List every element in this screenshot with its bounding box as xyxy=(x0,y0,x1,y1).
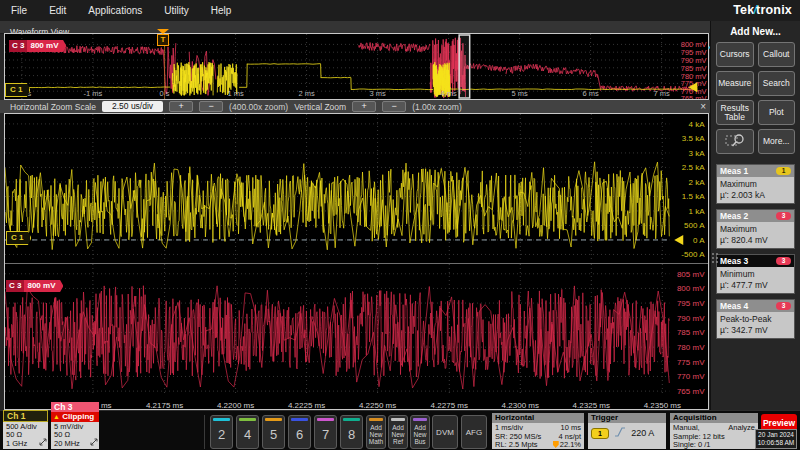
svg-text:790 mV: 790 mV xyxy=(677,314,705,323)
menu-utility[interactable]: Utility xyxy=(153,5,199,16)
channel-5-button[interactable]: 5 xyxy=(262,415,285,449)
ch3-header: Ch 3 xyxy=(51,402,99,412)
channel-8-button[interactable]: 8 xyxy=(340,415,363,449)
svg-text:765 mV: 765 mV xyxy=(677,387,705,396)
meas4-source-badge: 3 xyxy=(776,302,791,310)
svg-text:800 mV: 800 mV xyxy=(677,284,705,293)
channel-2-button[interactable]: 2 xyxy=(210,415,233,449)
add-new-math-button[interactable]: Add New Math xyxy=(366,415,386,449)
add-new-ref-button[interactable]: Add New Ref xyxy=(388,415,408,449)
channel-button-group: 2 4 5 6 7 8 xyxy=(204,415,363,449)
add-new-bus-button[interactable]: Add New Bus xyxy=(410,415,430,449)
zoom-magnifier-icon xyxy=(725,132,745,151)
callout-button[interactable]: Callout xyxy=(758,42,796,67)
svg-text:4.2250 ms: 4.2250 ms xyxy=(359,401,396,410)
svg-text:0 A: 0 A xyxy=(693,236,705,245)
svg-text:6 ms: 6 ms xyxy=(582,89,599,98)
h-zoom-decrease-button[interactable]: − xyxy=(199,101,223,112)
close-zoom-overview-button[interactable]: × xyxy=(700,100,706,113)
plot-button[interactable]: Plot xyxy=(758,100,796,125)
svg-text:-500 A: -500 A xyxy=(681,250,705,259)
dvm-button[interactable]: DVM xyxy=(432,415,458,449)
svg-text:4.2300 ms: 4.2300 ms xyxy=(502,401,539,410)
svg-text:765 mV: 765 mV xyxy=(681,94,707,99)
acquisition-analyze: Analyze xyxy=(728,424,755,433)
afg-button[interactable]: AFG xyxy=(461,415,487,449)
results-table-button[interactable]: Results Table xyxy=(716,100,754,125)
overview-waveform-svg: 800 mV795 mV790 mV785 mV780 mV775 mV770 … xyxy=(5,34,708,99)
channel-7-button[interactable]: 7 xyxy=(314,415,337,449)
channel-6-button[interactable]: 6 xyxy=(288,415,311,449)
measurement-badge-meas3[interactable]: Meas 33 Minimumµ': 477.7 mV xyxy=(716,254,795,294)
svg-text:3 kA: 3 kA xyxy=(688,149,705,158)
svg-text:1 ms: 1 ms xyxy=(227,89,244,98)
acquisition-settings-badge[interactable]: Acquisition Manual,Analyze Sample: 12 bi… xyxy=(670,413,758,449)
ch3-settings-badge[interactable]: Ch 3 ▲ Clipping 5 mV/div 50 Ω 20 MHz xyxy=(51,402,99,450)
menu-edit[interactable]: Edit xyxy=(38,5,77,16)
rising-edge-icon xyxy=(614,430,628,439)
overview-ch1-badge[interactable]: C 1 xyxy=(5,83,30,97)
acquisition-single: Single: 0 /1 xyxy=(673,441,755,450)
svg-text:3 ms: 3 ms xyxy=(369,89,386,98)
trigger-settings-badge[interactable]: Trigger 1 220 A xyxy=(588,413,666,449)
trigger-source-badge: 1 xyxy=(591,428,609,439)
ch1-zoom-slice: 4 kA3.5 kA3 kA2.5 kA2 kA1.5 kA1 kA500 A0… xyxy=(5,114,708,264)
svg-text:4.2200 ms: 4.2200 ms xyxy=(217,401,254,410)
overview-ch3-badge[interactable]: C 3 800 mV xyxy=(9,40,66,52)
more-button[interactable]: More... xyxy=(758,129,796,154)
channel-4-button[interactable]: 4 xyxy=(236,415,259,449)
acquisition-header: Acquisition xyxy=(670,413,758,423)
svg-text:4.2275 ms: 4.2275 ms xyxy=(431,401,468,410)
svg-text:795 mV: 795 mV xyxy=(677,299,705,308)
menu-help[interactable]: Help xyxy=(200,5,243,16)
measurement-badge-meas2[interactable]: Meas 23 Maximumµ': 820.4 mV xyxy=(716,209,795,249)
h-zoom-increase-button[interactable]: + xyxy=(169,101,193,112)
horizontal-position: 22.1% xyxy=(553,441,581,450)
ch1-label: C 1 xyxy=(10,84,22,96)
trigger-position-flag[interactable]: T xyxy=(157,29,169,46)
meas2-value: µ': 820.4 mV xyxy=(720,235,791,246)
measurement-badge-meas1[interactable]: Meas 11 Maximumµ': 2.003 kA xyxy=(716,164,795,204)
svg-text:780 mV: 780 mV xyxy=(677,343,705,352)
zoom-overview-panel[interactable]: 800 mV795 mV790 mV785 mV780 mV775 mV770 … xyxy=(4,33,709,100)
add-new-button-group: Add New Math Add New Ref Add New Bus xyxy=(366,415,430,449)
zoom-tool-button[interactable] xyxy=(716,129,754,154)
meas1-value: µ': 2.003 kA xyxy=(720,190,791,201)
measurement-list: Meas 11 Maximumµ': 2.003 kA Meas 23 Maxi… xyxy=(711,164,800,339)
menu-applications[interactable]: Applications xyxy=(77,5,153,16)
svg-text:3.5 kA: 3.5 kA xyxy=(682,134,705,143)
svg-text:4 ms: 4 ms xyxy=(440,89,457,98)
cursors-button[interactable]: Cursors xyxy=(716,42,754,67)
meas2-type: Maximum xyxy=(720,224,791,235)
meas3-value: µ': 477.7 mV xyxy=(720,280,791,291)
results-sidebar: Add New... Cursors Callout Measure Searc… xyxy=(710,21,800,410)
h-zoom-scale-value[interactable]: 2.50 us/div xyxy=(102,101,163,112)
svg-text:4.2225 ms: 4.2225 ms xyxy=(288,401,325,410)
date-label: 20 Jan 2024 xyxy=(756,431,796,439)
main-ch3-badge[interactable]: C 3 800 mV xyxy=(6,280,63,292)
svg-text:805 mV: 805 mV xyxy=(677,270,705,279)
v-zoom-decrease-button[interactable]: − xyxy=(382,101,406,112)
svg-text:2.5 kA: 2.5 kA xyxy=(682,163,705,172)
ch1-label: C 1 xyxy=(11,232,23,244)
meas1-type: Maximum xyxy=(720,179,791,190)
v-zoom-increase-button[interactable]: + xyxy=(352,101,376,112)
measurement-badge-meas4[interactable]: Meas 43 Peak-to-Peakµ': 342.7 mV xyxy=(716,299,795,339)
meas4-type: Peak-to-Peak xyxy=(720,314,791,325)
datetime-display: 20 Jan 2024 10:06:58 AM xyxy=(755,429,797,449)
svg-text:1.5 kA: 1.5 kA xyxy=(682,192,705,201)
svg-text:1 kA: 1 kA xyxy=(688,207,705,216)
menu-file[interactable]: File xyxy=(0,5,38,16)
time-label: 10:06:58 AM xyxy=(756,439,796,447)
ch3-scale-label: 800 mV xyxy=(30,40,58,52)
main-ch1-badge[interactable]: C 1 xyxy=(6,231,31,245)
ch1-settings-badge[interactable]: Ch 1 500 A/div 50 Ω 1 GHz xyxy=(3,410,48,450)
svg-text:-1 ms: -1 ms xyxy=(84,89,103,98)
zoomed-waveform-view[interactable]: 4 kA3.5 kA3 kA2.5 kA2 kA1.5 kA1 kA500 A0… xyxy=(4,113,709,410)
measure-button[interactable]: Measure xyxy=(716,71,754,96)
meas2-title: Meas 2 xyxy=(720,211,748,221)
svg-text:4.2175 ms: 4.2175 ms xyxy=(146,401,183,410)
search-button[interactable]: Search xyxy=(758,71,796,96)
sidebar-splitter-handle[interactable] xyxy=(712,253,718,269)
horizontal-settings-badge[interactable]: Horizontal 1 ms/div10 ms SR: 250 MS/s4 n… xyxy=(492,413,584,449)
